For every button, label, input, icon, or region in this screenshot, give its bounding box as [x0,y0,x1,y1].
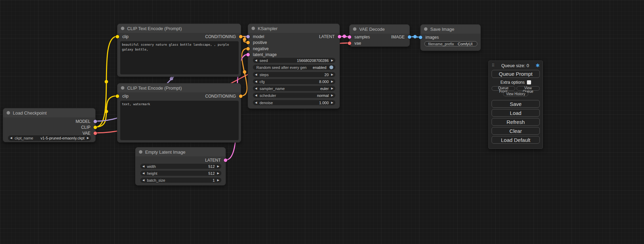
collapse-dot[interactable] [121,27,124,30]
widget-ckpt-name[interactable]: ◀ ckpt_name v1-5-pruned-emaonly.ckpt ▶ [8,135,91,141]
clear-button[interactable]: Clear [492,127,540,135]
decrement-arrow-icon[interactable]: ◀ [255,73,257,76]
widget-value: 512 [208,164,214,169]
widget-value: 20 [325,73,329,77]
output-slot-latent[interactable] [338,35,341,38]
widget-batch-size[interactable]: ◀ batch_size 1 ▶ [140,178,221,183]
output-slot-vae[interactable] [94,132,97,135]
input-slot-images[interactable] [419,36,422,39]
decrement-arrow-icon[interactable]: ◀ [142,179,144,182]
node-title-bar[interactable]: CLIP Text Encode (Prompt) [117,83,241,92]
input-slot-negative[interactable] [246,47,250,51]
node-title: Save Image [430,27,454,32]
increment-arrow-icon[interactable]: ▶ [217,172,219,175]
node-clip-text-encode-positive[interactable]: CLIP Text Encode (Prompt) clip CONDITION… [117,24,241,77]
widget-filename-prefix[interactable]: filename_prefix ComfyUI [424,41,477,46]
output-slot-latent[interactable] [224,159,227,162]
node-title-bar[interactable]: KSampler [248,24,339,33]
node-load-checkpoint[interactable]: Load Checkpoint MODEL CLIP VAE ◀ ckpt_na… [3,108,96,142]
increment-arrow-icon[interactable]: ▶ [217,165,219,168]
widget-seed[interactable]: ◀ seed 156680208700286 ▶ [253,58,335,63]
increment-arrow-icon[interactable]: ▶ [331,101,333,104]
increment-arrow-icon[interactable]: ▶ [331,80,333,83]
collapse-dot[interactable] [353,27,356,31]
widget-denoise[interactable]: ◀ denoise 1.000 ▶ [253,100,335,105]
input-slot-latent-image[interactable] [246,53,250,56]
widget-value: 1.000 [319,101,329,105]
collapse-dot[interactable] [424,27,427,31]
load-default-button[interactable]: Load Default [492,136,540,144]
toggle-dot[interactable] [329,65,333,69]
output-slot-clip[interactable] [94,126,97,129]
input-slot-model[interactable] [246,35,250,38]
decrement-arrow-icon[interactable]: ◀ [10,137,12,139]
decrement-arrow-icon[interactable]: ◀ [142,172,144,175]
increment-arrow-icon[interactable]: ▶ [331,59,333,62]
input-label-images: images [425,35,439,40]
node-save-image[interactable]: Save Image images filename_prefix ComfyU… [420,24,481,51]
input-slot-clip[interactable] [116,94,119,98]
save-button[interactable]: Save [492,100,540,108]
queue-prompt-button[interactable]: Queue Prompt [492,70,540,78]
input-slot-samples[interactable] [348,35,351,39]
settings-gear-icon[interactable]: ✱ [536,63,540,68]
drag-handle-icon[interactable]: ⠿ [492,63,495,68]
decrement-arrow-icon[interactable]: ◀ [255,94,257,97]
node-title-bar[interactable]: CLIP Text Encode (Prompt) [117,24,241,33]
decrement-arrow-icon[interactable]: ◀ [255,101,257,104]
decrement-arrow-icon[interactable]: ◀ [255,80,257,83]
input-slot-positive[interactable] [246,41,250,44]
output-label-image: IMAGE [391,35,405,39]
increment-arrow-icon[interactable]: ▶ [217,179,219,182]
output-slot-image[interactable] [408,35,411,39]
refresh-button[interactable]: Refresh [492,118,540,126]
input-slot-clip[interactable] [116,35,119,38]
extra-options-checkbox[interactable] [527,80,531,84]
view-history-button[interactable]: View History [503,92,528,96]
widget-label: steps [259,73,268,77]
decrement-arrow-icon[interactable]: ◀ [255,87,257,90]
node-title: VAE Decode [359,27,385,32]
output-slot-conditioning[interactable] [239,94,242,98]
node-vae-decode[interactable]: VAE Decode samples vae IMAGE [349,24,410,47]
widget-value: 156680208700286 [297,58,329,63]
decrement-arrow-icon[interactable]: ◀ [255,59,257,62]
output-slot-model[interactable] [94,120,97,123]
queue-buttons-row: Queue Front View Queue [492,86,540,91]
widget-height[interactable]: ◀ height 512 ▶ [140,171,221,176]
positive-prompt-textarea[interactable]: beautiful scenery nature glass bottle la… [120,41,239,74]
increment-arrow-icon[interactable]: ▶ [331,73,333,76]
output-slot-conditioning[interactable] [239,35,242,38]
link-midpoint-dot [343,35,346,38]
widget-sampler-name[interactable]: ◀ sampler_name euler ▶ [253,86,335,91]
collapse-dot[interactable] [121,86,124,90]
negative-prompt-textarea[interactable]: text, watermark [120,101,239,140]
queue-front-button[interactable]: Queue Front [492,86,515,91]
widget-steps[interactable]: ◀ steps 20 ▶ [253,72,335,77]
widget-label: cfg [259,80,265,84]
node-title-bar[interactable]: Empty Latent Image [135,147,226,156]
node-title-bar[interactable]: Save Image [421,25,480,34]
node-empty-latent-image[interactable]: Empty Latent Image LATENT ◀ width 512 ▶ … [135,147,226,186]
widget-random-seed-toggle[interactable]: Random seed after every gen enabled [253,65,335,70]
collapse-dot[interactable] [7,111,10,115]
collapse-dot[interactable] [139,150,142,154]
widget-label: height [147,171,157,175]
view-queue-button[interactable]: View Queue [517,86,540,91]
increment-arrow-icon[interactable]: ▶ [331,87,333,90]
widget-width[interactable]: ◀ width 512 ▶ [140,164,221,169]
increment-arrow-icon[interactable]: ▶ [331,94,333,97]
decrement-arrow-icon[interactable]: ◀ [142,165,144,168]
widget-cfg[interactable]: ◀ cfg 8.000 ▶ [253,79,335,84]
collapse-dot[interactable] [252,27,255,30]
node-ksampler[interactable]: KSampler model positive negative latent_… [248,24,340,109]
node-title-bar[interactable]: VAE Decode [350,25,409,34]
increment-arrow-icon[interactable]: ▶ [87,137,89,139]
node-title-bar[interactable]: Load Checkpoint [3,108,95,117]
load-button[interactable]: Load [492,109,540,117]
node-clip-text-encode-negative[interactable]: CLIP Text Encode (Prompt) clip CONDITION… [117,83,241,143]
widget-scheduler[interactable]: ◀ scheduler normal ▶ [253,93,335,98]
output-label-conditioning: CONDITIONING [205,34,236,39]
input-slot-vae[interactable] [348,42,351,45]
node-title: Empty Latent Image [145,150,185,155]
